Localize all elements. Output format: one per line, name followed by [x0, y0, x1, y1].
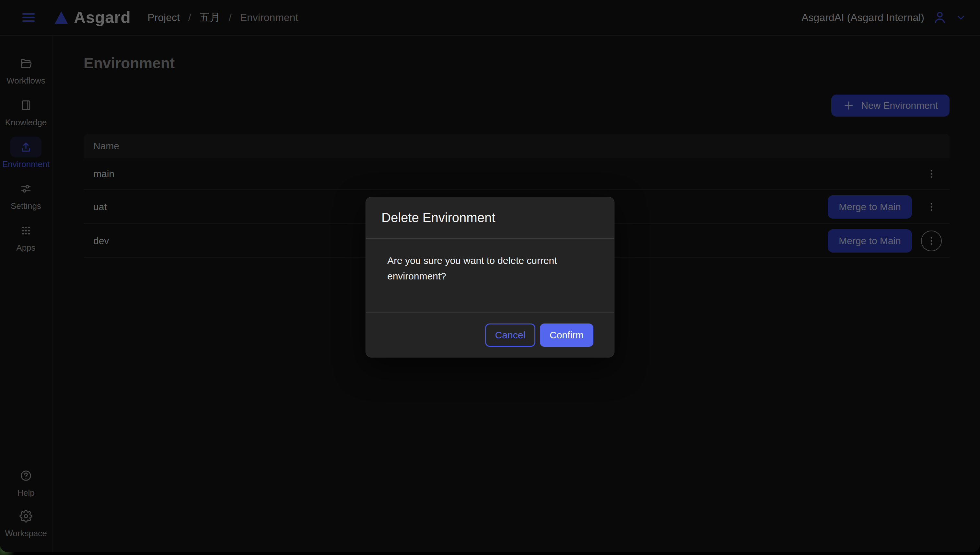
modal-header: Delete Environment — [366, 197, 614, 239]
modal-footer: Cancel Confirm — [366, 313, 614, 357]
modal-body: Are you sure you want to delete current … — [366, 239, 614, 313]
delete-environment-modal: Delete Environment Are you sure you want… — [365, 197, 615, 358]
app-window: Asgard Project / 五月 / Environment Asgard… — [0, 0, 980, 552]
modal-message: Are you sure you want to delete current … — [387, 253, 575, 284]
cancel-button[interactable]: Cancel — [485, 324, 535, 347]
modal-title: Delete Environment — [381, 210, 495, 225]
confirm-button[interactable]: Confirm — [540, 324, 594, 347]
